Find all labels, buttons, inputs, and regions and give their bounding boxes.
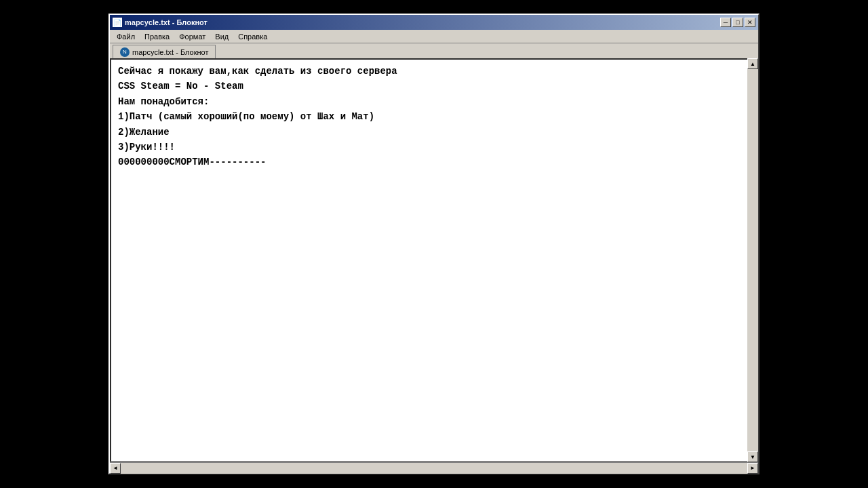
- scroll-right-button[interactable]: ►: [747, 463, 758, 474]
- scroll-down-button[interactable]: ▼: [747, 451, 758, 462]
- window-title: mapcycle.txt - Блокнот: [125, 18, 208, 26]
- app-icon: 📄: [113, 18, 122, 27]
- line-7: 3)Руки!!!!: [118, 140, 750, 155]
- line-6: 2)Желание: [118, 125, 750, 140]
- title-bar-buttons: ─ □ ✕: [720, 18, 755, 27]
- editor-content[interactable]: Сейчас я покажу вам,как сделать из своег…: [118, 64, 750, 170]
- document-tab[interactable]: N mapcycle.txt - Блокнот: [113, 45, 216, 58]
- scrollbar-horizontal: ◄ ►: [110, 462, 758, 473]
- close-button[interactable]: ✕: [745, 18, 755, 27]
- line-4: Нам понадобится:: [118, 94, 750, 109]
- scroll-track-vertical: [747, 69, 758, 451]
- minimize-button[interactable]: ─: [720, 18, 731, 27]
- line-2: Сейчас я покажу вам,как сделать из своег…: [118, 64, 750, 79]
- tab-bar: N mapcycle.txt - Блокнот: [110, 43, 758, 58]
- menu-format[interactable]: Формат: [175, 31, 210, 42]
- line-3: CSS Steam = No - Steam: [118, 79, 750, 94]
- menu-file[interactable]: Файл: [113, 31, 139, 42]
- menu-bar: Файл Правка Формат Вид Справка: [110, 30, 758, 43]
- scrollbar-vertical: ▲ ▼: [747, 58, 758, 462]
- tab-icon: N: [120, 47, 130, 57]
- tab-label: mapcycle.txt - Блокнот: [132, 48, 208, 56]
- title-bar: 📄 mapcycle.txt - Блокнот ─ □ ✕: [110, 15, 758, 30]
- line-10: 000000000СМОРТИМ----------: [118, 155, 750, 169]
- menu-edit[interactable]: Правка: [140, 31, 174, 42]
- line-5: 1)Патч (самый хороший(по моему) от Шах и…: [118, 109, 750, 124]
- maximize-button[interactable]: □: [732, 18, 743, 27]
- editor-wrapper: Сейчас я покажу вам,как сделать из своег…: [110, 58, 758, 462]
- menu-help[interactable]: Справка: [234, 31, 271, 42]
- scroll-up-button[interactable]: ▲: [747, 58, 758, 69]
- notepad-window: 📄 mapcycle.txt - Блокнот ─ □ ✕ Файл Прав…: [108, 14, 760, 474]
- scroll-track-horizontal: [121, 463, 747, 474]
- text-editor[interactable]: Сейчас я покажу вам,как сделать из своег…: [110, 58, 758, 462]
- title-bar-left: 📄 mapcycle.txt - Блокнот: [113, 18, 208, 27]
- menu-view[interactable]: Вид: [211, 31, 233, 42]
- scroll-left-button[interactable]: ◄: [110, 463, 121, 474]
